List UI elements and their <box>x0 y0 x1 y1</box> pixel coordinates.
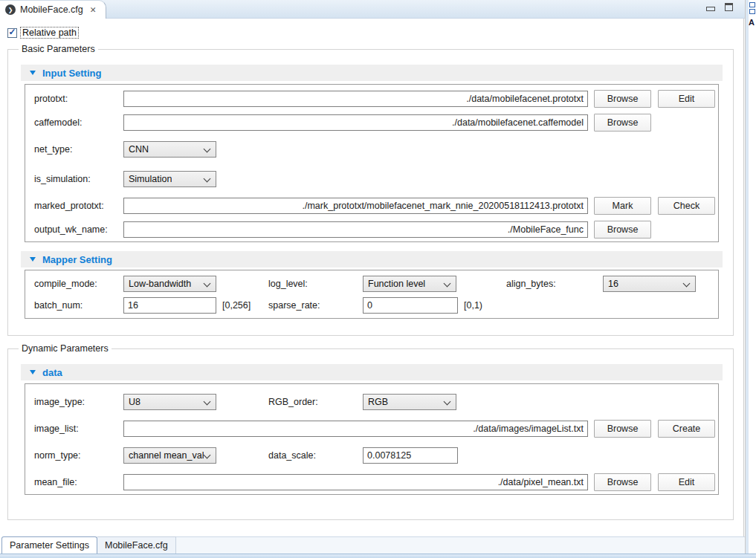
align-bytes-label: align_bytes: <box>506 276 556 292</box>
config-editor-window: ❯ MobileFace.cfg ✕ ✓ Relative path Basic… <box>0 0 756 558</box>
output-wk-name-browse-button[interactable]: Browse <box>594 221 651 239</box>
prototxt-edit-button[interactable]: Edit <box>658 90 715 108</box>
batch-num-range-hint: [0,256] <box>222 297 251 314</box>
dynamic-parameters-group-label: Dynamic Parameters <box>19 343 112 354</box>
tab-mobileface-cfg[interactable]: MobileFace.cfg <box>97 536 176 554</box>
align-bytes-select[interactable]: 16 <box>603 276 696 292</box>
minimized-view-a-icon[interactable]: A <box>749 18 755 27</box>
mark-button[interactable]: Mark <box>594 197 651 215</box>
tab-parameter-settings[interactable]: Parameter Settings <box>1 536 97 554</box>
chevron-down-icon <box>204 175 211 183</box>
log-level-value: Function level <box>368 279 425 289</box>
caffemodel-browse-button[interactable]: Browse <box>594 114 651 132</box>
collapse-triangle-icon <box>30 370 36 374</box>
image-type-value: U8 <box>129 397 140 407</box>
editor-content: ✓ Relative path Basic Parameters Input S… <box>0 19 744 536</box>
prototxt-browse-button[interactable]: Browse <box>594 90 651 108</box>
image-list-label: image_list: <box>34 421 79 437</box>
compile-mode-select[interactable]: Low-bandwidth <box>123 276 216 292</box>
cfg-file-icon: ❯ <box>5 4 16 15</box>
input-setting-section-header[interactable]: Input Setting <box>21 65 723 81</box>
image-type-label: image_type: <box>34 394 85 410</box>
sparse-rate-label: sparse_rate: <box>268 297 320 314</box>
collapse-triangle-icon <box>30 257 36 262</box>
net-type-label: net_type: <box>34 141 72 158</box>
net-type-value: CNN <box>129 144 149 155</box>
mean-file-edit-button[interactable]: Edit <box>658 473 715 491</box>
compile-mode-label: compile_mode: <box>34 276 97 292</box>
mapper-setting-panel: compile_mode: Low-bandwidth log_level: F… <box>25 270 719 319</box>
chevron-down-icon <box>204 280 211 288</box>
caffemodel-input[interactable] <box>123 114 588 131</box>
tab-parameter-settings-label: Parameter Settings <box>10 540 89 551</box>
bottom-trim-bar <box>0 554 756 558</box>
net-type-select[interactable]: CNN <box>123 141 216 158</box>
maximize-icon[interactable] <box>725 3 733 11</box>
is-simulation-value: Simulation <box>129 174 172 184</box>
mean-file-label: mean_file: <box>34 474 77 490</box>
check-button[interactable]: Check <box>658 197 715 215</box>
data-section-title: data <box>42 367 62 378</box>
sparse-rate-input[interactable] <box>363 297 458 314</box>
image-list-input[interactable] <box>123 421 588 437</box>
mapper-setting-section-header[interactable]: Mapper Setting <box>21 251 723 267</box>
minimize-icon[interactable] <box>706 7 715 11</box>
log-level-select[interactable]: Function level <box>363 276 456 292</box>
editor-tab-bar: ❯ MobileFace.cfg ✕ <box>0 0 745 19</box>
minimized-views-strip: A <box>745 0 756 554</box>
batch-num-label: batch_num: <box>34 297 83 314</box>
view-window-controls <box>706 3 733 11</box>
bottom-tab-filler <box>176 536 745 554</box>
rgb-order-select[interactable]: RGB <box>363 394 456 410</box>
chevron-down-icon <box>444 280 451 288</box>
data-section-header[interactable]: data <box>21 364 723 380</box>
chevron-down-icon <box>204 452 211 459</box>
data-scale-input[interactable] <box>363 447 458 464</box>
caffemodel-label: caffemodel: <box>34 114 82 131</box>
chevron-down-icon <box>204 146 211 153</box>
collapse-triangle-icon <box>30 71 36 75</box>
input-setting-title: Input Setting <box>42 68 101 79</box>
chevron-down-icon <box>683 280 691 288</box>
image-list-browse-button[interactable]: Browse <box>594 420 651 438</box>
image-type-select[interactable]: U8 <box>123 394 216 410</box>
mapper-setting-title: Mapper Setting <box>42 254 112 265</box>
relative-path-row: ✓ Relative path <box>7 27 79 39</box>
image-list-create-button[interactable]: Create <box>658 420 715 438</box>
output-wk-name-label: output_wk_name: <box>34 221 108 238</box>
basic-parameters-group: Basic Parameters Input Setting prototxt:… <box>7 49 734 336</box>
bottom-tab-strip: Parameter Settings MobileFace.cfg <box>0 536 745 554</box>
mean-file-browse-button[interactable]: Browse <box>594 473 651 491</box>
cfg-file-arrow-glyph: ❯ <box>8 7 13 13</box>
is-simulation-select[interactable]: Simulation <box>123 171 216 187</box>
marked-prototxt-input[interactable] <box>123 198 588 214</box>
chevron-down-icon <box>444 398 451 406</box>
marked-prototxt-label: marked_prototxt: <box>34 198 104 214</box>
restore-square-icon <box>749 2 755 7</box>
data-scale-label: data_scale: <box>268 447 316 464</box>
editor-tab-mobileface-cfg[interactable]: ❯ MobileFace.cfg ✕ <box>0 0 106 19</box>
is-simulation-label: is_simulation: <box>34 171 91 187</box>
dynamic-parameters-group: Dynamic Parameters data image_type: U8 R… <box>7 348 734 520</box>
chevron-down-icon <box>204 398 211 406</box>
align-bytes-value: 16 <box>608 279 618 289</box>
log-level-label: log_level: <box>268 276 308 292</box>
restore-square-icon <box>749 9 755 14</box>
norm-type-label: norm_type: <box>34 447 81 464</box>
prototxt-input[interactable] <box>123 91 588 107</box>
checkmark-icon: ✓ <box>8 28 16 36</box>
output-wk-name-input[interactable] <box>123 221 588 238</box>
batch-num-input[interactable] <box>123 297 216 314</box>
norm-type-value: channel mean_val <box>129 450 204 461</box>
mean-file-input[interactable] <box>123 474 588 490</box>
restore-views-icon[interactable] <box>749 2 755 14</box>
relative-path-checkbox[interactable]: ✓ <box>7 28 17 38</box>
tab-mobileface-cfg-label: MobileFace.cfg <box>105 540 168 551</box>
norm-type-select[interactable]: channel mean_val <box>123 447 216 464</box>
relative-path-label: Relative path <box>20 27 79 39</box>
compile-mode-value: Low-bandwidth <box>129 279 191 289</box>
editor-tab-title: MobileFace.cfg <box>20 4 83 15</box>
data-panel: image_type: U8 RGB_order: RGB image_list… <box>25 383 719 495</box>
close-icon[interactable]: ✕ <box>90 5 97 14</box>
rgb-order-value: RGB <box>368 397 388 407</box>
